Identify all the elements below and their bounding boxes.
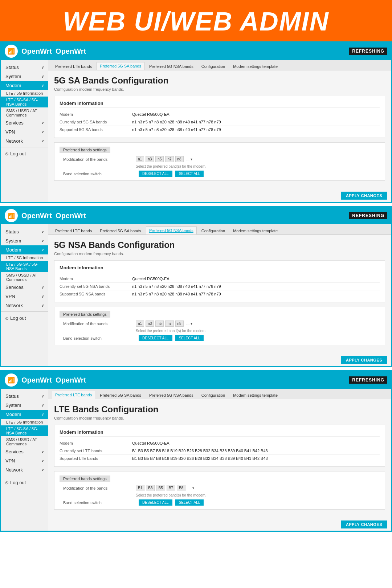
tab-item[interactable]: Preferred 5G SA bands (97, 391, 144, 399)
band-chip[interactable]: n8 (175, 156, 184, 162)
info-row: Currently set 5G SA bands n1 n3 n5 n7 n8… (60, 118, 380, 126)
sidebar-item[interactable]: Modem ∨ (1, 245, 48, 254)
sidebar-item[interactable]: Services ∨ (1, 283, 48, 292)
sidebar-item-label: Services (5, 449, 24, 454)
deselect-all-button[interactable]: DESELECT ALL (139, 499, 172, 506)
sidebar-sub-item[interactable]: SMS / USSD / AT Commands (1, 107, 48, 118)
band-chip[interactable]: n3 (146, 320, 154, 327)
more-bands-button[interactable]: ... ▾ (188, 486, 194, 490)
tab-item[interactable]: Configuration (198, 391, 228, 399)
sidebar-item[interactable]: Network ∨ (1, 465, 48, 474)
more-bands-button[interactable]: ... ▾ (187, 157, 192, 161)
tab-item[interactable]: Preferred 5G SA bands (97, 62, 144, 70)
sidebar-item[interactable]: Status ∨ (1, 392, 48, 401)
tab-item[interactable]: Preferred 5G NSA bands (146, 226, 197, 234)
sidebar-item[interactable]: VPN ∨ (1, 127, 48, 136)
deselect-all-button[interactable]: DESELECT ALL (139, 335, 172, 341)
band-chip[interactable]: n7 (165, 156, 173, 162)
sidebar-item[interactable]: Network ∨ (1, 136, 48, 146)
band-chip[interactable]: n8 (175, 320, 184, 327)
sidebar-sub-item[interactable]: LTE / 5G Information (1, 254, 48, 261)
tab-item[interactable]: Preferred LTE bands (52, 62, 95, 70)
sidebar-item[interactable]: System ∨ (1, 401, 48, 410)
sidebar-item-label: VPN (5, 129, 15, 135)
sidebar-item[interactable]: Services ∨ (1, 447, 48, 456)
band-chip[interactable]: B8 (177, 485, 185, 491)
sidebar-sub-item[interactable]: LTE / 5G-SA / 5G-NSA Bands (1, 97, 48, 107)
sidebar-sub-item[interactable]: SMS / USSD / AT Commands (1, 272, 48, 283)
openwrt-logo: 📶 OpenWrt (5, 373, 52, 387)
chevron-icon: ∨ (41, 248, 44, 252)
sidebar-item[interactable]: Services ∨ (1, 118, 48, 127)
sidebar-sub-item[interactable]: SMS / USSD / AT Commands (1, 436, 48, 447)
deselect-all-button[interactable]: DESELECT ALL (139, 171, 172, 177)
apply-changes-button[interactable]: APPLY CHANGES (341, 520, 387, 528)
tab-item[interactable]: Modem settings template (230, 391, 281, 399)
apply-changes-button[interactable]: APPLY CHANGES (341, 356, 387, 364)
tab-item[interactable]: Preferred LTE bands (52, 391, 95, 399)
info-value: n1 n3 n5 n7 n8 n20 n28 n38 n40 n41 n77 n… (132, 127, 221, 132)
tab-item[interactable]: Modem settings template (230, 62, 281, 70)
select-all-button[interactable]: SELECT ALL (175, 499, 204, 506)
content-area: Status ∨ System ∨ Modem ∨ LTE / 5G Infor… (1, 60, 391, 202)
more-bands-button[interactable]: ... ▾ (187, 322, 192, 326)
band-chip[interactable]: n1 (136, 156, 144, 162)
sidebar-sub-item[interactable]: LTE / 5G-SA / 5G-NSA Bands (1, 261, 48, 272)
modification-label: Modification of the bands (63, 486, 136, 490)
select-all-button[interactable]: SELECT ALL (175, 335, 204, 341)
band-chip[interactable]: n5 (155, 320, 164, 327)
page-main-title: WEB UI/WEB ADMIN (0, 7, 392, 36)
logout-icon: ⎋ (5, 480, 8, 485)
sidebar-item[interactable]: VPN ∨ (1, 456, 48, 465)
chevron-icon: ∨ (41, 303, 44, 307)
logout-button[interactable]: ⎋ Log out (1, 313, 48, 323)
band-chip[interactable]: n3 (146, 156, 154, 162)
info-value: Quectel RG500Q-EA (132, 112, 170, 117)
band-chip[interactable]: B1 (136, 485, 144, 491)
band-chip[interactable]: n7 (165, 320, 173, 327)
chevron-icon: ∨ (41, 230, 44, 234)
sidebar-item[interactable]: Modem ∨ (1, 81, 48, 90)
sidebar-item-label: Modem (5, 412, 21, 417)
switch-label: Band selection switch (63, 336, 136, 340)
sidebar-item[interactable]: VPN ∨ (1, 292, 48, 301)
info-row: Currently set LTE bands B1 B3 B5 B7 B8 B… (60, 447, 380, 455)
sidebar-item-label: VPN (5, 458, 15, 464)
apply-changes-button[interactable]: APPLY CHANGES (341, 192, 387, 200)
openwrt-panel: 📶 OpenWrt OpenWrt REFRESHING Status ∨ Sy… (0, 370, 392, 532)
tab-item[interactable]: Preferred 5G NSA bands (146, 62, 197, 70)
band-chip[interactable]: n1 (136, 320, 144, 327)
band-switch-row: Band selection switch DESELECT ALL SELEC… (60, 499, 380, 506)
sidebar-item-label: Status (5, 65, 19, 70)
band-chip[interactable]: B5 (156, 485, 165, 491)
sidebar-item[interactable]: Modem ∨ (1, 410, 48, 419)
hint-text: Select the preferred band(s) for the mod… (60, 164, 380, 168)
sidebar-item[interactable]: Network ∨ (1, 301, 48, 310)
tab-item[interactable]: Preferred 5G NSA bands (146, 391, 197, 399)
band-chip[interactable]: B7 (167, 485, 175, 491)
tab-item[interactable]: Configuration (198, 227, 228, 234)
modem-info-title: Modem information (60, 265, 380, 272)
sidebar-item[interactable]: System ∨ (1, 236, 48, 245)
openwrt-brand-title: OpenWrt (21, 376, 52, 384)
sidebar-sub-item[interactable]: LTE / 5G Information (1, 419, 48, 425)
sidebar-item-label: Services (5, 285, 24, 290)
tab-item[interactable]: Preferred 5G SA bands (97, 227, 144, 234)
sidebar-item[interactable]: System ∨ (1, 72, 48, 81)
band-chip[interactable]: n5 (155, 156, 164, 162)
sidebar-sub-item[interactable]: LTE / 5G Information (1, 90, 48, 97)
band-chip[interactable]: B3 (146, 485, 155, 491)
sidebar-item[interactable]: Status ∨ (1, 63, 48, 72)
sidebar-item[interactable]: Status ∨ (1, 227, 48, 236)
sidebar-sub-item[interactable]: LTE / 5G-SA / 5G-NSA Bands (1, 425, 48, 436)
select-all-button[interactable]: SELECT ALL (175, 171, 204, 177)
info-label: Supported LTE bands (60, 456, 132, 461)
tab-item[interactable]: Preferred LTE bands (52, 227, 95, 234)
tab-item[interactable]: Modem settings template (230, 227, 281, 234)
logout-button[interactable]: ⎋ Log out (1, 149, 48, 159)
page-body: 5G SA Bands Configuration Configuration … (48, 70, 391, 189)
preferred-bands-label: Preferred bands settings (60, 147, 110, 153)
logout-button[interactable]: ⎋ Log out (1, 478, 48, 487)
page-subtitle: Configuration modem frequency bands. (54, 87, 385, 91)
tab-item[interactable]: Configuration (198, 62, 228, 70)
